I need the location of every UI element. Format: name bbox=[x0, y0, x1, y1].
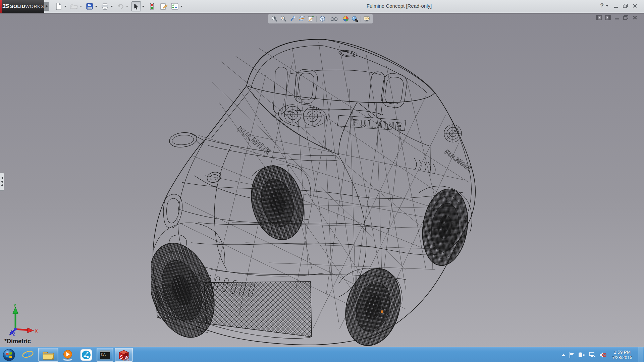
options-dropdown[interactable] bbox=[179, 2, 184, 11]
taskbar-windows-explorer[interactable] bbox=[38, 348, 58, 362]
power-battery-icon[interactable] bbox=[578, 352, 585, 358]
hide-show-items-button[interactable] bbox=[330, 15, 338, 23]
annotation-views-button[interactable] bbox=[307, 15, 315, 23]
minimize-button[interactable] bbox=[612, 2, 620, 9]
view-settings-button[interactable] bbox=[363, 15, 371, 23]
toolbar-separator bbox=[316, 16, 317, 22]
view-orientation-label: *Dimetric bbox=[4, 338, 31, 345]
taskbar-command-prompt[interactable]: C:\_ bbox=[97, 348, 113, 362]
taskbar-clock[interactable]: 1:59 PM 7/28/2015 bbox=[612, 350, 632, 360]
share-app-icon bbox=[80, 349, 92, 361]
sw-letter-s: S bbox=[120, 354, 123, 360]
file-properties-button[interactable] bbox=[160, 2, 168, 11]
help-button[interactable]: ? bbox=[600, 2, 604, 9]
show-hidden-icons-button[interactable] bbox=[561, 354, 566, 356]
zoom-to-area-button[interactable] bbox=[279, 15, 287, 23]
heads-up-view-toolbar bbox=[268, 14, 373, 23]
open-document-button[interactable] bbox=[70, 2, 78, 11]
close-button[interactable] bbox=[631, 2, 639, 9]
rebuild-button[interactable] bbox=[148, 2, 156, 11]
options-button[interactable] bbox=[170, 2, 179, 11]
axis-y-label: Y bbox=[13, 303, 16, 308]
traffic-light-icon bbox=[150, 3, 154, 10]
solidworks-cube-icon: S W 2015 bbox=[117, 349, 130, 361]
options-checklist-icon bbox=[171, 3, 178, 10]
undo-button[interactable] bbox=[116, 2, 125, 11]
undo-arrow-icon bbox=[117, 3, 124, 10]
wheel-rear-right bbox=[418, 186, 473, 268]
new-document-icon bbox=[55, 3, 62, 10]
chevron-down-icon bbox=[142, 6, 145, 7]
document-window-controls bbox=[596, 15, 638, 20]
action-center-flag-icon[interactable] bbox=[569, 352, 575, 358]
help-dropdown[interactable] bbox=[606, 5, 608, 7]
show-desktop-button[interactable] bbox=[638, 347, 643, 362]
car-wireframe-svg: FULMINE FULMINE FULMINE bbox=[151, 35, 480, 347]
zoom-to-fit-button[interactable] bbox=[270, 15, 278, 23]
minimize-document-button[interactable] bbox=[614, 15, 620, 20]
svg-text:e: e bbox=[24, 349, 28, 360]
file-properties-icon bbox=[160, 3, 168, 10]
logo-solid-text: SOLID bbox=[10, 4, 25, 9]
select-tool-button[interactable] bbox=[131, 1, 141, 11]
sw-year: 2015 bbox=[123, 358, 129, 361]
axis-z-label: Z bbox=[13, 332, 15, 336]
chevron-down-icon bbox=[95, 6, 98, 7]
new-document-dropdown[interactable] bbox=[63, 2, 68, 11]
chevron-left-icon bbox=[1, 177, 3, 179]
chevron-left-icon bbox=[1, 181, 3, 183]
toolbar-separator bbox=[361, 16, 361, 22]
axis-x-label: X bbox=[35, 328, 38, 334]
view-orientation-button[interactable] bbox=[318, 15, 326, 23]
chevron-down-icon bbox=[64, 6, 67, 7]
solidworks-logo: 3S SOLID WORKS bbox=[2, 0, 44, 13]
undo-dropdown[interactable] bbox=[125, 2, 129, 11]
toolbar-separator bbox=[340, 16, 340, 22]
new-document-button[interactable] bbox=[54, 2, 63, 11]
taskbar-media-player[interactable] bbox=[60, 348, 76, 361]
print-dropdown[interactable] bbox=[109, 2, 114, 11]
section-view-button[interactable] bbox=[298, 15, 306, 23]
graphics-area[interactable]: FULMINE FULMINE FULMINE bbox=[0, 13, 644, 347]
menu-expand-button[interactable] bbox=[44, 2, 49, 11]
save-button[interactable] bbox=[85, 2, 94, 11]
featuremanager-flyout-tab[interactable] bbox=[0, 173, 4, 191]
restore-document-button[interactable] bbox=[623, 15, 629, 20]
taskbar-solidworks[interactable]: S W 2015 bbox=[115, 348, 133, 362]
select-tool-dropdown[interactable] bbox=[141, 2, 146, 11]
ds-logo-mark: 3S bbox=[2, 3, 9, 10]
save-floppy-icon bbox=[86, 3, 93, 10]
start-button[interactable] bbox=[1, 348, 17, 361]
clock-date: 7/28/2015 bbox=[612, 355, 632, 360]
origin-point-marker bbox=[381, 310, 383, 313]
featuremanager-pane-toggle-icon[interactable] bbox=[596, 15, 602, 20]
print-button[interactable] bbox=[101, 2, 109, 11]
folder-icon bbox=[42, 350, 54, 360]
restore-button[interactable] bbox=[622, 2, 629, 9]
network-icon[interactable] bbox=[589, 352, 595, 358]
volume-muted-icon[interactable] bbox=[599, 352, 606, 358]
previous-view-button[interactable] bbox=[288, 15, 297, 23]
cmd-prompt-text: C:\_ bbox=[101, 353, 107, 356]
logo-works-text: WORKS bbox=[25, 4, 44, 9]
edit-appearance-button[interactable] bbox=[342, 15, 350, 23]
taskbar-internet-explorer[interactable]: e bbox=[19, 348, 37, 361]
internet-explorer-icon: e bbox=[22, 349, 34, 361]
window-controls: ? bbox=[600, 2, 639, 9]
apply-scene-button[interactable] bbox=[351, 15, 359, 23]
reference-triad[interactable]: Y X Z bbox=[9, 302, 40, 336]
command-prompt-icon: C:\_ bbox=[100, 350, 110, 360]
clock-time: 1:59 PM bbox=[612, 350, 632, 355]
quick-access-toolbar bbox=[54, 1, 186, 12]
open-document-dropdown[interactable] bbox=[78, 2, 83, 11]
windows-orb-icon bbox=[3, 349, 15, 361]
display-pane-toggle-icon[interactable] bbox=[605, 15, 611, 20]
close-document-button[interactable] bbox=[632, 15, 638, 20]
taskbar-share-app[interactable] bbox=[77, 348, 95, 361]
chevron-down-icon bbox=[110, 6, 113, 7]
windows-taskbar: e C:\_ bbox=[0, 347, 644, 362]
wheel-front-right bbox=[338, 262, 408, 347]
save-dropdown[interactable] bbox=[94, 2, 99, 11]
toolbar-separator bbox=[328, 16, 328, 22]
model-wireframe[interactable]: FULMINE FULMINE FULMINE bbox=[151, 35, 480, 347]
